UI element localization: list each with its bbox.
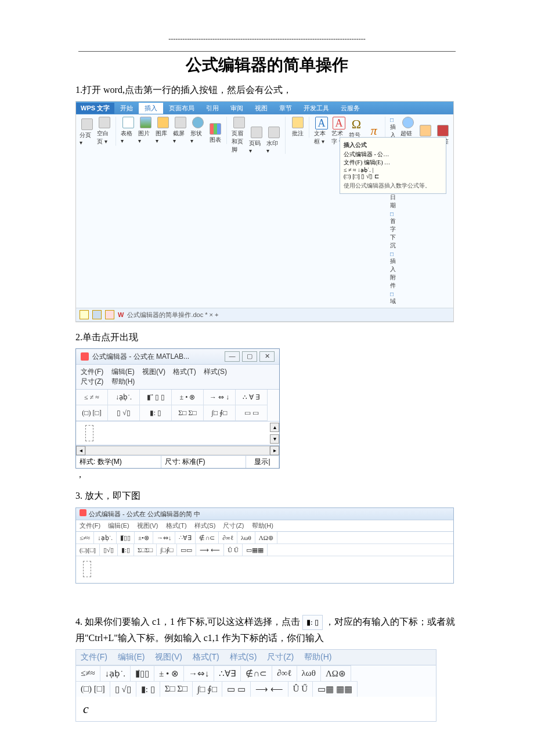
eq-canvas[interactable]: ▴ ▾ [76, 422, 279, 445]
menu-help[interactable]: 帮助(H) [111, 377, 135, 386]
lg-menu-size[interactable]: 尺寸(Z) [223, 522, 244, 529]
eq-input-slot[interactable] [85, 425, 93, 441]
scroll-left-button[interactable]: ◂ [76, 446, 85, 455]
maximize-button[interactable]: ▢ [242, 351, 257, 362]
btn-chart[interactable]: 图表 [208, 123, 223, 144]
bs-r2-5[interactable]: ▭ ▭ [222, 681, 251, 697]
side-dropcap[interactable]: 首字下沉 [390, 211, 396, 250]
bs-r1-2[interactable]: ▮⃗▯▯ [131, 665, 154, 681]
minimize-button[interactable]: — [225, 351, 240, 362]
lg-r1-9[interactable]: ΛΩ⊛ [255, 532, 277, 543]
btn-watermark[interactable]: 水印 ▾ [266, 127, 282, 154]
tab-start[interactable]: 开始 [114, 103, 139, 114]
lg-r1-0[interactable]: ≤≠≈ [76, 532, 94, 543]
lg-r1-3[interactable]: ±•⊗ [135, 532, 153, 543]
btn-headerfooter[interactable]: 页眉和页脚 [232, 117, 247, 154]
lg-menu-view[interactable]: 视图(V) [137, 522, 158, 529]
bs-r2-7[interactable]: Û Ű [288, 681, 313, 697]
lg-r2-0[interactable]: (□)[□] [76, 544, 100, 556]
eq-tool-subsup[interactable]: ▮: ▯ [140, 405, 172, 421]
bs-r1-0[interactable]: ≤≠≈ [76, 665, 100, 681]
tab-view[interactable]: 视图 [249, 103, 273, 114]
eq-tool-operators[interactable]: ± • ⊗ [172, 390, 204, 405]
btn-textbox[interactable]: A文本框 ▾ [314, 117, 329, 146]
tab-cloud[interactable]: 云服务 [335, 103, 366, 114]
lg-r1-1[interactable]: ↓ạḅ˙. [94, 532, 117, 543]
quick-icon[interactable] [80, 310, 89, 319]
bs-r2-6[interactable]: ⟶ ⟵ [251, 681, 288, 697]
eq-tool-arrows[interactable]: → ⇔ ↓ [204, 390, 236, 405]
menu-size[interactable]: 尺寸(Z) [81, 377, 103, 386]
eq-tool-fences[interactable]: (□) [□] [76, 405, 108, 421]
lg-r1-8[interactable]: λωθ [237, 532, 255, 543]
bs-menu-edit[interactable]: 编辑(E) [118, 652, 145, 661]
btn-table[interactable]: 表格 ▾ [121, 117, 136, 144]
bs-r2-1[interactable]: ▯ √▯ [110, 681, 136, 697]
bs-menu-style[interactable]: 样式(S) [230, 652, 257, 661]
bs-menu-format[interactable]: 格式(T) [193, 652, 219, 661]
bs-r1-8[interactable]: λωθ [297, 665, 321, 681]
lg-r1-7[interactable]: ∂∞ℓ [219, 532, 237, 543]
bs-r1-3[interactable]: ± • ⊗ [154, 665, 184, 681]
btn-screenshot[interactable]: 截屏 ▾ [173, 117, 188, 144]
bs-r1-4[interactable]: →⇔↓ [184, 665, 215, 681]
undo-icon[interactable] [105, 310, 114, 319]
status-show[interactable]: 显示| [246, 456, 279, 468]
btn-pagenum[interactable]: 页码 ▾ [249, 127, 264, 154]
bs-r1-9[interactable]: ΛΩ⊛ [321, 665, 351, 681]
lg-menu-help[interactable]: 帮助(H) [252, 522, 273, 529]
save-icon[interactable] [92, 310, 102, 319]
bs-r2-4[interactable]: ∫□ ∮□ [193, 681, 222, 697]
bs-r2-0[interactable]: (□) [□] [76, 681, 110, 697]
lg-menu-style[interactable]: 样式(S) [194, 522, 216, 529]
scroll-up-button[interactable]: ▴ [270, 423, 279, 432]
bs-menu-size[interactable]: 尺寸(Z) [267, 652, 294, 661]
eq-tool-sums[interactable]: Σ□ Σ□ [172, 405, 204, 421]
bs-menu-help[interactable]: 帮助(H) [304, 652, 331, 661]
lg-r2-7[interactable]: Û Ű [224, 544, 243, 556]
lg-input-slot[interactable] [83, 561, 91, 577]
tab-devtools[interactable]: 开发工具 [298, 103, 335, 114]
btn-picture[interactable]: 图片 ▾ [138, 117, 153, 144]
scroll-right-button[interactable]: ▸ [270, 446, 279, 455]
btn-blankpage[interactable]: 空白页 ▾ [97, 117, 112, 146]
lg-r2-4[interactable]: ∫□∮□ [157, 544, 177, 556]
tab-pagelayout[interactable]: 页面布局 [163, 103, 200, 114]
bs-r2-8[interactable]: ▭▦ ▦▦ [313, 681, 358, 697]
lg-r1-6[interactable]: ∉∩⊂ [196, 532, 219, 543]
lg-r2-2[interactable]: ▮:▯ [118, 544, 134, 556]
lg-r2-1[interactable]: ▯√▯ [100, 544, 118, 556]
bs-r2-3[interactable]: Σ□ Σ□ [160, 681, 193, 697]
lg-r1-4[interactable]: →⇔↓ [153, 532, 176, 543]
bs-r2-2[interactable]: ▮: ▯ [136, 681, 160, 697]
lg-r2-5[interactable]: ▭▭ [177, 544, 196, 556]
menu-file[interactable]: 文件(F) [81, 368, 103, 376]
eq-tool-logic[interactable]: ∴ ∀ ∃ [236, 390, 268, 405]
bs-r1-1[interactable]: ↓ạḅ˙. [100, 665, 131, 681]
eq-tool-relations[interactable]: ≤ ≠ ≈ [76, 390, 108, 405]
menu-edit[interactable]: 编辑(E) [111, 368, 135, 376]
tab-review[interactable]: 审阅 [225, 103, 249, 114]
tab-chapter[interactable]: 章节 [273, 103, 298, 114]
eq-tool-bars[interactable]: ▭ ▭ [236, 405, 268, 421]
bs-r1-6[interactable]: ∉∩⊂ [241, 665, 272, 681]
side-attachment[interactable]: 插入附件 [390, 251, 396, 290]
eq-tool-embellish[interactable]: ↓ạḅ˙. [108, 390, 140, 405]
lg-r2-6[interactable]: ⟶ ⟵ [196, 544, 224, 556]
bs-menu-view[interactable]: 视图(V) [155, 652, 182, 661]
btn-gallery[interactable]: 图库 ▾ [156, 117, 171, 144]
btn-pagebreak[interactable]: 分页 ▾ [80, 118, 95, 146]
lg-menu-file[interactable]: 文件(F) [80, 522, 100, 529]
lg-r2-3[interactable]: Σ□Σ□ [134, 544, 157, 556]
btn-comment[interactable]: 批注 [290, 117, 305, 138]
close-button[interactable]: ✕ [259, 351, 275, 362]
hscroll-track[interactable] [85, 446, 270, 455]
lg-r1-2[interactable]: ▮⃗▯▯ [117, 532, 135, 543]
eq-tool-integrals[interactable]: ∫□ ∮□ [204, 405, 236, 421]
tab-reference[interactable]: 引用 [200, 103, 225, 114]
side-field[interactable]: 域 [390, 291, 396, 305]
menu-format[interactable]: 格式(T) [173, 368, 196, 376]
lg-r1-5[interactable]: ∴∀∃ [175, 532, 196, 543]
scroll-down-button[interactable]: ▾ [270, 434, 279, 444]
lg-menu-edit[interactable]: 编辑(E) [108, 522, 129, 529]
